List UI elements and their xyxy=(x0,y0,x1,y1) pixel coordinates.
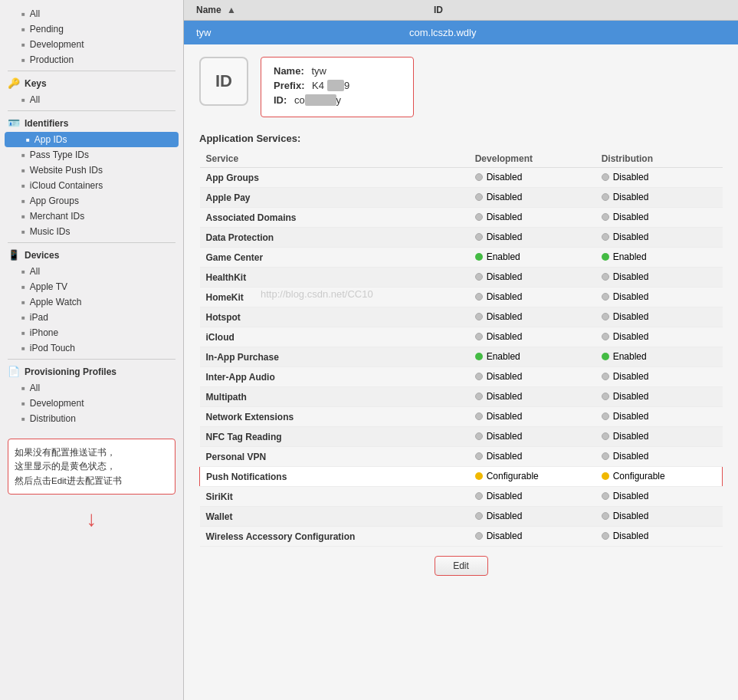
sidebar-item-app-groups[interactable]: App Groups xyxy=(0,193,183,209)
service-dist-cell: Disabled xyxy=(595,288,723,307)
service-name-cell: App Groups xyxy=(200,168,469,188)
detail-area: ID Name: tyw Prefix: K4 ██9 ID: co████y xyxy=(184,44,738,700)
table-row[interactable]: WalletDisabledDisabled xyxy=(200,507,723,527)
id-field-value: co████y xyxy=(294,94,341,106)
service-dev-cell: Enabled xyxy=(469,347,595,367)
service-name-label: Game Center xyxy=(206,252,264,263)
dist-dot-green xyxy=(602,353,609,360)
sidebar-item-keys-all[interactable]: All xyxy=(0,92,183,107)
service-dev-cell: Disabled xyxy=(469,487,595,507)
dev-dot-gray xyxy=(475,213,483,221)
dist-dot-gray xyxy=(602,532,609,540)
sidebar-item-prov-all[interactable]: All xyxy=(0,380,183,396)
provisioning-header: 📄 Provisioning Profiles xyxy=(0,363,183,380)
service-name-cell: NFC Tag Reading xyxy=(200,427,469,447)
sidebar-item-apple-watch[interactable]: Apple Watch xyxy=(0,294,183,310)
service-name-cell: Personal VPN xyxy=(200,447,469,467)
table-row[interactable]: App GroupsDisabledDisabled xyxy=(200,168,723,188)
table-row[interactable]: Push NotificationsConfigurableConfigurab… xyxy=(200,467,723,487)
sidebar-item-production[interactable]: Production xyxy=(0,52,183,67)
info-prefix-row: Prefix: K4 ██9 xyxy=(274,80,401,91)
dev-dot-gray xyxy=(475,393,483,400)
sidebar-item-icloud-containers[interactable]: iCloud Containers xyxy=(0,178,183,193)
table-row[interactable]: In-App PurchaseEnabledEnabled xyxy=(200,347,723,367)
main-content: Name ▲ ID tyw com.lcszb.wdly ID Name: ty… xyxy=(184,0,738,700)
sidebar-item-all-filter[interactable]: All xyxy=(0,6,183,21)
table-row[interactable]: HotspotDisabledDisabled xyxy=(200,307,723,327)
dist-status: Disabled xyxy=(602,311,649,322)
key-icon: 🔑 xyxy=(8,77,20,89)
service-name-label: Personal VPN xyxy=(206,452,267,462)
sidebar-item-devices-all[interactable]: All xyxy=(0,264,183,279)
sidebar-item-prov-dist[interactable]: Distribution xyxy=(0,411,183,426)
sidebar-item-app-ids[interactable]: App IDs xyxy=(5,132,179,147)
service-name-cell: In-App Purchase xyxy=(200,347,469,367)
service-name-label: Wireless Accessory Configuration xyxy=(206,531,356,542)
sidebar-item-music-ids[interactable]: Music IDs xyxy=(0,224,183,239)
service-dev-cell: Disabled xyxy=(469,288,595,307)
table-row[interactable]: Wireless Accessory ConfigurationDisabled… xyxy=(200,527,723,547)
dev-status: Enabled xyxy=(475,351,520,362)
dist-dot-gray xyxy=(602,492,609,500)
dev-status: Disabled xyxy=(475,431,523,442)
service-name-cell: Inter-App Audio xyxy=(200,367,469,387)
selected-app-id: com.lcszb.wdly xyxy=(409,27,726,38)
dist-status: Disabled xyxy=(602,491,649,501)
sort-arrow-icon: ▲ xyxy=(227,5,236,15)
table-row[interactable]: Game CenterEnabledEnabled xyxy=(200,248,723,268)
service-dist-cell: Disabled xyxy=(595,427,723,447)
sidebar-item-website-push-ids[interactable]: Website Push IDs xyxy=(0,163,183,178)
sidebar-item-pending[interactable]: Pending xyxy=(0,21,183,37)
dev-dot-gray xyxy=(475,373,483,380)
devices-icon: 📱 xyxy=(8,249,20,261)
dev-status: Disabled xyxy=(475,192,523,202)
table-row[interactable]: Personal VPNDisabledDisabled xyxy=(200,447,723,467)
sidebar-item-ipod-touch[interactable]: iPod Touch xyxy=(0,340,183,356)
dev-status: Disabled xyxy=(475,212,523,222)
sidebar-item-pass-type-ids[interactable]: Pass Type IDs xyxy=(0,147,183,163)
dist-dot-gray xyxy=(602,432,609,440)
dist-dot-yellow xyxy=(602,472,609,480)
service-dist-cell: Enabled xyxy=(595,248,723,268)
dist-status: Disabled xyxy=(602,411,649,422)
sidebar-item-iphone[interactable]: iPhone xyxy=(0,325,183,340)
name-field-value: tyw xyxy=(311,65,326,77)
service-dist-cell: Disabled xyxy=(595,527,723,547)
service-dist-cell: Enabled xyxy=(595,347,723,367)
table-row[interactable]: Inter-App AudioDisabledDisabled xyxy=(200,367,723,387)
table-row[interactable]: Associated DomainsDisabledDisabled xyxy=(200,208,723,228)
services-table: Service Development Distribution App Gro… xyxy=(199,150,723,547)
sidebar-item-prov-dev[interactable]: Development xyxy=(0,396,183,411)
dist-dot-green xyxy=(602,253,609,261)
table-row[interactable]: NFC Tag ReadingDisabledDisabled xyxy=(200,427,723,447)
dev-status: Disabled xyxy=(475,172,523,182)
table-row[interactable]: MultipathDisabledDisabled xyxy=(200,387,723,407)
dev-status: Configurable xyxy=(475,471,539,481)
service-dev-cell: Disabled xyxy=(469,527,595,547)
dist-status: Disabled xyxy=(602,331,649,342)
service-name-cell: Associated Domains xyxy=(200,208,469,228)
table-row[interactable]: Apple PayDisabledDisabled xyxy=(200,188,723,208)
service-dev-cell: Disabled xyxy=(469,507,595,527)
edit-button[interactable]: Edit xyxy=(435,556,488,576)
table-row[interactable]: HomeKitDisabledDisabled xyxy=(200,288,723,307)
service-name-cell: Hotspot xyxy=(200,307,469,327)
sidebar-item-ipad[interactable]: iPad xyxy=(0,310,183,325)
service-dev-cell: Disabled xyxy=(469,327,595,347)
table-row[interactable]: iCloudDisabledDisabled xyxy=(200,327,723,347)
dist-status: Disabled xyxy=(602,172,649,182)
table-row[interactable]: SiriKitDisabledDisabled xyxy=(200,487,723,507)
dev-status: Disabled xyxy=(475,371,523,382)
table-row[interactable]: Data ProtectionDisabledDisabled xyxy=(200,228,723,248)
sidebar-item-apple-tv[interactable]: Apple TV xyxy=(0,279,183,294)
dist-dot-gray xyxy=(602,193,609,201)
table-row[interactable]: Network ExtensionsDisabledDisabled xyxy=(200,407,723,427)
service-dist-cell: Disabled xyxy=(595,307,723,327)
selected-app-row[interactable]: tyw com.lcszb.wdly xyxy=(184,21,738,44)
sidebar-item-merchant-ids[interactable]: Merchant IDs xyxy=(0,209,183,224)
table-row[interactable]: HealthKitDisabledDisabled xyxy=(200,268,723,288)
annotation-box: 如果没有配置推送证书，这里显示的是黄色状态，然后点击Edit进去配置证书 xyxy=(8,439,175,495)
service-name-label: Apple Pay xyxy=(206,192,251,203)
sidebar-item-development-filter[interactable]: Development xyxy=(0,37,183,52)
service-name-label: Data Protection xyxy=(206,232,274,243)
